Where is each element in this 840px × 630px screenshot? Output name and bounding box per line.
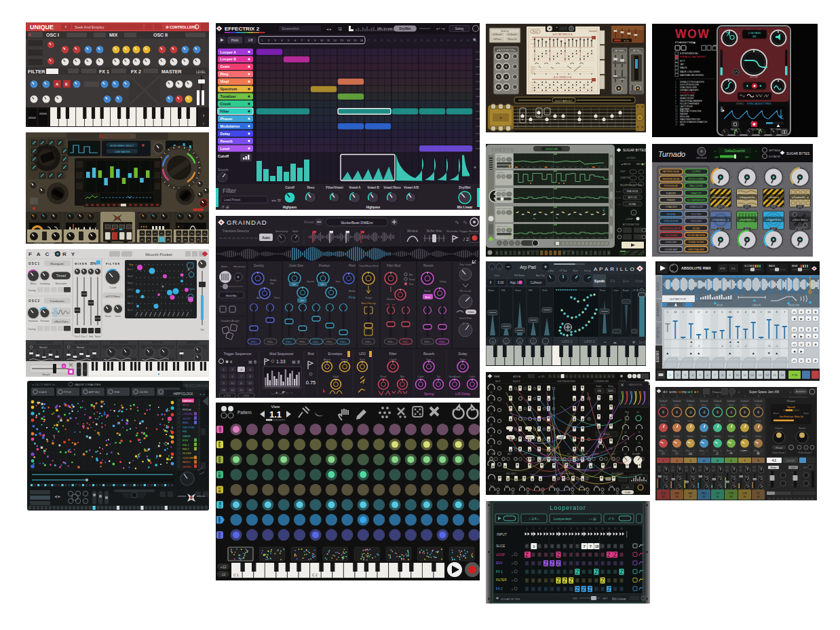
svg-text:◀: ◀ [729,341,731,344]
svg-text:OSC II: OSC II [153,33,168,37]
svg-text:Vowel A/B: Vowel A/B [404,186,419,189]
svg-text:SWING TYPE: SWING TYPE [611,197,621,198]
svg-text:13: 13 [767,311,770,314]
svg-text:Host: Host [231,38,239,42]
svg-text:PRC: PRC [702,492,706,495]
svg-text:Pitch: Pitch [742,404,747,407]
svg-text:Delay: Delay [221,132,230,136]
svg-text:5: 5 [717,395,719,398]
svg-text:CONVERTORS: CONVERTORS [594,380,609,383]
svg-text:FX 1: FX 1 [496,570,503,574]
svg-text:◡▲◡◤←→: ◡▲◡◤←→ [271,390,293,394]
svg-text:SM: SM [676,496,679,498]
svg-text:Recorder Trigger: Recorder Trigger [446,229,468,233]
svg-text:GUITAR POP: GUITAR POP [670,297,687,301]
svg-text:♬: ♬ [715,451,720,456]
svg-text:WET: WET [745,156,750,159]
svg-text:Reload: Reload [304,221,314,224]
svg-text:Twist: Twist [189,288,195,291]
svg-text:SNR: SNR [218,517,222,523]
svg-text:Highpass: Highpass [366,206,381,209]
svg-text:RND+: RND+ [439,341,446,344]
svg-text:12: 12 [595,527,598,530]
svg-text:Pitch: Pitch [274,297,280,299]
svg-text:13: 13 [222,388,225,392]
svg-text:-10: -10 [767,345,771,348]
svg-text:TRANSFORMER: TRANSFORMER [73,242,90,244]
svg-text:85%: 85% [90,262,96,265]
svg-text:Pitch: Pitch [688,404,693,407]
svg-text:Random Assign: Random Assign [221,320,240,322]
svg-text:🗃: 🗃 [793,359,796,363]
svg-text:M I X E R: M I X E R [75,262,87,265]
svg-text:6: 6 [737,311,738,314]
svg-text:Dry Level: Dry Level [459,263,472,266]
svg-text:Mix Linear: Mix Linear [612,597,626,601]
svg-text:Algo 1: Algo 1 [510,281,519,284]
svg-text:RND+: RND+ [267,341,274,344]
svg-text:32: 32 [467,39,470,42]
svg-text:ENV: ENV [496,561,503,565]
svg-text:Modify: Modify [755,435,761,438]
svg-text:µ Arp: µ Arp [548,270,554,272]
svg-text:Hold: Hold [292,229,298,233]
svg-text:A P A R I L L O: A P A R I L L O [594,266,634,272]
svg-text:12: 12 [595,375,598,378]
svg-text:F I L T E R: F I L T E R [106,262,119,265]
svg-text:Reverb: Reverb [423,352,434,356]
svg-text:4: 4 [745,311,746,314]
svg-text:OSC I: OSC I [46,33,59,37]
svg-text:30: 30 [453,39,457,42]
svg-text:◂: ◂ [199,392,201,396]
svg-text:Filter: Filter [221,109,230,113]
svg-text:ⓘ: ⓘ [532,339,535,344]
svg-text:RINGMODULATOR: RINGMODULATOR [662,227,681,230]
svg-text:16: 16 [360,39,364,42]
svg-text:....: .... [498,92,500,94]
svg-text:GRANULIZER: GRANULIZER [689,206,704,208]
svg-text:Drive: Drive [115,315,121,318]
svg-text:Arp Pad: Arp Pad [520,265,536,270]
svg-text:SETTINGS: SETTINGS [769,149,781,152]
svg-text:PAN LOOPER: PAN LOOPER [689,185,704,187]
svg-text:LOOP: LOOP [496,553,505,557]
svg-text:LFO 2: LFO 2 [128,289,134,291]
svg-text:🖫: 🖫 [338,27,342,31]
svg-text:DICTATOR: DICTATOR [769,155,780,158]
svg-text:▲: ▲ [697,351,700,355]
svg-text:11: 11 [589,527,591,530]
svg-text:Pattern: Pattern [712,390,721,394]
svg-text:Decay: Decay [687,420,693,422]
svg-text:KCK: KCK [218,532,222,538]
svg-text:◂ LP 2 Pole ▸: ◂ LP 2 Pole ▸ [105,295,119,298]
svg-text:FLANGER: FLANGER [666,192,676,195]
svg-text:LENGTH: LENGTH [752,304,761,307]
svg-text:SUGAR BYTES: SUGAR BYTES [623,149,646,152]
svg-text:MOD: MOD [183,403,189,407]
svg-text:Mode by: Mode by [501,30,509,33]
svg-text:13: 13 [599,375,602,378]
svg-text:PATTERN SELECT: PATTERN SELECT [527,250,540,251]
svg-text:▦ 🗑: ▦ 🗑 [248,360,257,364]
svg-text:FLT: FLT [524,453,527,456]
svg-text:1: 1 [533,544,535,549]
svg-text:Osc 2: Osc 2 [81,335,88,338]
svg-text:Auto: Auto [425,296,431,299]
svg-text:16: 16 [729,311,731,314]
svg-text:Pitch: Pitch [702,404,706,407]
svg-text:Pitch: Pitch [715,404,720,407]
svg-text:ENVELOPE: ENVELOPE [788,304,799,307]
svg-text:Mix Linear: Mix Linear [457,206,473,209]
svg-text:☁: ☁ [613,340,617,344]
svg-text:16: 16 [780,373,784,377]
svg-text:-2: -2 [702,411,705,414]
svg-text:U: U [801,343,803,346]
svg-text:Swing/4L: Swing/4L [589,30,598,33]
svg-text:Pitch: Pitch [349,264,356,267]
svg-text:14: 14 [347,39,350,42]
svg-text:INPUT: INPUT [497,532,507,536]
svg-text:100%: 100% [608,390,613,392]
svg-text:AUTO ON: AUTO ON [628,196,637,199]
svg-text:PITCH LOOPER: PITCH LOOPER [688,178,704,181]
svg-text:Main: Main [221,265,228,268]
